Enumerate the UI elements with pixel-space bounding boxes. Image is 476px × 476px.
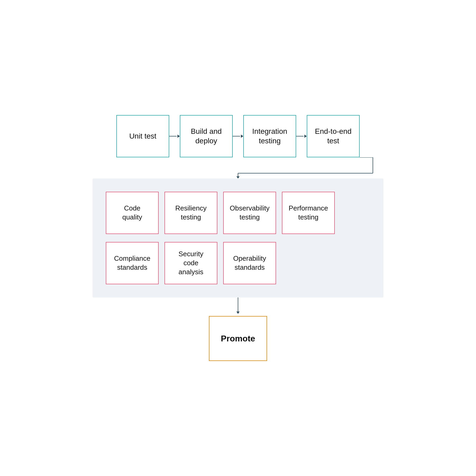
gray-container: Codequality Resiliencytesting Observabil…: [93, 178, 383, 298]
gate-box-security: Securitycodeanalysis: [164, 242, 217, 284]
gate-box-compliance: Compliancestandards: [106, 242, 159, 284]
gate-label-security: Securitycodeanalysis: [178, 250, 203, 276]
promote-box: Promote: [209, 316, 267, 361]
pipeline-box-unit-test: Unit test: [116, 115, 169, 157]
gate-label-performance: Performancetesting: [289, 204, 328, 222]
gate-label-operability: Operabilitystandards: [233, 254, 266, 272]
promote-area: Promote: [209, 298, 267, 361]
diagram-container: Unit test Build anddeploy Integrationtes…: [93, 115, 383, 361]
promote-label: Promote: [221, 334, 255, 344]
gate-box-performance: Performancetesting: [282, 192, 335, 234]
gate-label-compliance: Compliancestandards: [114, 254, 150, 272]
pipeline-label-integration: Integrationtesting: [252, 127, 287, 146]
arrow-unit-to-build: [169, 136, 180, 136]
pipeline-box-build-deploy: Build anddeploy: [180, 115, 233, 157]
pipeline-row: Unit test Build anddeploy Integrationtes…: [93, 115, 383, 157]
arrow-build-to-integration: [233, 136, 243, 136]
gray-to-promote-connector: [209, 298, 267, 316]
gate-label-code-quality: Codequality: [122, 204, 142, 222]
gate-label-observability: Observabilitytesting: [230, 204, 269, 222]
pipeline-box-integration: Integrationtesting: [243, 115, 296, 157]
gate-row-1: Codequality Resiliencytesting Observabil…: [106, 192, 370, 234]
gate-box-operability: Operabilitystandards: [223, 242, 276, 284]
arrow-integration-to-e2e: [296, 136, 307, 136]
gate-row-2: Compliancestandards Securitycodeanalysis…: [106, 242, 370, 284]
pipeline-box-e2e: End-to-endtest: [307, 115, 360, 157]
gate-label-resiliency: Resiliencytesting: [175, 204, 207, 222]
gate-box-resiliency: Resiliencytesting: [164, 192, 217, 234]
arrow-down-line: [238, 298, 238, 312]
gate-box-observability: Observabilitytesting: [223, 192, 276, 234]
arrow-down-head: [236, 312, 240, 314]
gate-box-code-quality: Codequality: [106, 192, 159, 234]
svg-marker-4: [236, 176, 240, 178]
pipeline-label-build-deploy: Build anddeploy: [191, 127, 222, 146]
pipeline-label-unit-test: Unit test: [129, 131, 157, 141]
pipeline-label-e2e: End-to-endtest: [315, 127, 352, 146]
top-connector: [93, 157, 383, 178]
